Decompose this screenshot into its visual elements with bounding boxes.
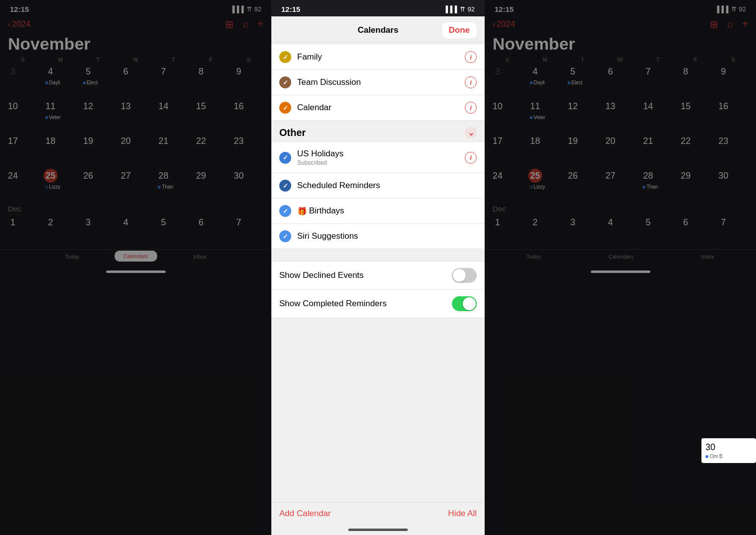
cal-cell[interactable]: 27 [117,168,155,202]
cal-cell[interactable]: 14 [639,98,677,133]
cal-cell[interactable]: 28 Than [154,168,192,202]
cal-cell[interactable]: 26 [564,168,602,202]
cal-cell[interactable]: 11 Veter [42,98,79,133]
list-item-siri[interactable]: ✓ Siri Suggestions [271,224,485,249]
show-completed-toggle[interactable] [452,296,477,311]
dow-s2: S [714,56,752,64]
tab-inbox-left[interactable]: Inbox [193,254,206,260]
cal-cell[interactable]: 23 [714,133,752,168]
layers-icon[interactable]: ⊞ [710,18,718,30]
chevron-down-icon: ⌄ [468,128,474,137]
cal-cell[interactable]: 25 Lizzy [526,168,564,202]
cal-cell[interactable]: 3 [4,64,42,98]
cal-cell[interactable]: 4 Dayli [526,64,564,98]
cal-cell[interactable]: 6 [117,64,155,98]
popup-day: 30 [705,442,752,453]
add-icon[interactable]: + [742,18,748,30]
tab-today-right[interactable]: Today [526,254,541,260]
team-info-button[interactable]: i [465,76,477,88]
other-chevron[interactable]: ⌄ [465,127,477,138]
wifi-icon: ⇈ [247,5,252,13]
cal-cell[interactable]: 15 [677,98,714,133]
add-icon[interactable]: + [257,18,263,30]
calendar-check: ✓ [279,102,291,114]
cal-cell[interactable]: 30 [714,168,752,202]
cal-cell[interactable]: 19 [79,133,117,168]
cal-cell[interactable]: 15 [192,98,230,133]
cal-cell[interactable]: 11 Veter [526,98,564,133]
hide-all-button[interactable]: Hide All [448,509,477,519]
cal-cell[interactable]: 7 [639,64,677,98]
cal-cell[interactable]: 22 [192,133,230,168]
add-calendar-button[interactable]: Add Calendar [279,509,331,519]
modal-nav-bar: Calendars Done [271,16,485,43]
layers-icon[interactable]: ⊞ [225,18,234,30]
family-info-button[interactable]: i [465,51,477,63]
cal-cell[interactable]: 30 [230,168,267,202]
cal-cell[interactable]: 22 [677,133,714,168]
cal-cell[interactable]: 27 [602,168,639,202]
tab-calendars-right[interactable]: Calendars [609,254,633,260]
cal-cell[interactable]: 28 Than [639,168,677,202]
cal-cell[interactable]: 16 [714,98,752,133]
search-icon[interactable]: ⌕ [243,18,249,30]
tab-today-left[interactable]: Today [65,254,79,260]
signal-icon: ▐▐▐ [230,5,244,13]
cal-cell[interactable]: 21 [154,133,192,168]
cal-cell[interactable]: 16 [230,98,267,133]
list-item-reminders[interactable]: ✓ Scheduled Reminders [271,173,485,199]
cal-cell[interactable]: 10 [489,98,526,133]
chevron-left-icon: ‹ [493,19,496,29]
cal-cell[interactable]: 13 [117,98,155,133]
cal-cell[interactable]: 8 [677,64,714,98]
cal-cell[interactable]: 12 [564,98,602,133]
list-item-family[interactable]: ✓ Family i [271,45,485,70]
cal-cell[interactable]: 25 Lizzy [42,168,79,202]
holidays-info-button[interactable]: i [465,152,477,164]
cal-cell[interactable]: 21 [639,133,677,168]
cal-cell[interactable]: 23 [230,133,267,168]
list-item-team[interactable]: ✓ Team Discussion i [271,70,485,95]
cal-cell[interactable]: 4 Dayli [42,64,79,98]
cal-cell[interactable]: 20 [602,133,639,168]
right-back-btn[interactable]: ‹ 2024 [493,19,515,29]
cal-cell[interactable]: 9 [714,64,752,98]
cal-cell[interactable]: 13 [602,98,639,133]
cal-cell[interactable]: 14 [154,98,192,133]
cal-cell[interactable]: 12 [79,98,117,133]
cal-cell[interactable]: 18 [526,133,564,168]
cal-cell[interactable]: 5 Elect [564,64,602,98]
cal-cell[interactable]: 6 [602,64,639,98]
cal-cell[interactable]: 19 [564,133,602,168]
cal-cell[interactable]: 7 [154,64,192,98]
cal-cell[interactable]: 24 [489,168,526,202]
left-back-btn[interactable]: ‹ 2024 [8,19,31,29]
done-button[interactable]: Done [442,22,477,38]
cal-cell[interactable]: 3 [489,64,526,98]
cal-cell[interactable]: 10 [4,98,42,133]
calendar-info-button[interactable]: i [465,102,477,114]
tab-calendars-left[interactable]: Calendars [123,253,148,259]
cal-cell[interactable]: 29 [677,168,714,202]
cal-cell[interactable]: 18 [42,133,79,168]
left-month-title: November [8,34,263,54]
search-icon[interactable]: ⌕ [727,18,733,30]
tab-inbox-right[interactable]: Inbox [701,254,714,260]
list-item-calendar[interactable]: ✓ Calendar i [271,95,485,121]
cal-cell[interactable]: 29 [192,168,230,202]
cal-cell[interactable]: 8 [192,64,230,98]
left-status-bar: 12:15 ▐▐▐ ⇈ 92 [0,0,271,16]
cal-cell[interactable]: 26 [79,168,117,202]
cal-cell[interactable]: 20 [117,133,155,168]
cal-cell[interactable]: 17 [4,133,42,168]
show-declined-toggle[interactable] [452,268,477,283]
cal-cell[interactable]: 9 [230,64,267,98]
cal-cell[interactable]: 5 Elect [79,64,117,98]
cal-cell[interactable]: 17 [489,133,526,168]
birthdays-text: 🎁 Birthdays [297,206,477,216]
list-item-birthdays[interactable]: ✓ 🎁 Birthdays [271,199,485,224]
list-item-us-holidays[interactable]: ✓ US Holidays Subscribed i [271,142,485,173]
day-popup: 30 Om B [701,438,756,463]
cal-cell[interactable]: 24 [4,168,42,202]
team-title: Team Discussion [297,77,465,87]
